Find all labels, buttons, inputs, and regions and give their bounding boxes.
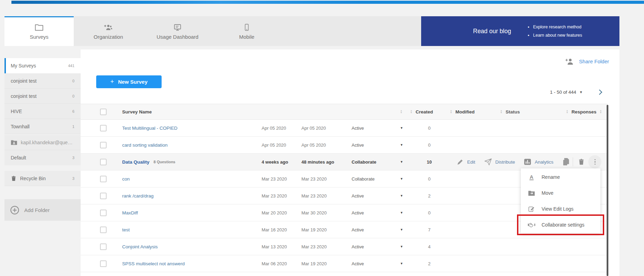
edit-label: Edit	[467, 159, 475, 165]
menu-item-view-edit-logs[interactable]: View Edit Logs	[521, 201, 600, 217]
folder-count: 3	[72, 176, 74, 181]
modified-cell: Mar 30 2020	[295, 210, 345, 215]
vertical-scrollbar[interactable]	[607, 105, 608, 276]
modified-cell: Apr 05 2020	[295, 126, 345, 131]
status-dropdown-caret-icon[interactable]: ▼	[400, 194, 403, 197]
status-dropdown-caret-icon[interactable]: ▼	[400, 262, 403, 265]
pagination: 1 - 50 of 444 ▼	[550, 90, 601, 95]
more-options-button[interactable]	[588, 155, 601, 168]
next-page-chevron-icon[interactable]	[597, 90, 602, 95]
survey-name-link[interactable]: SPSS multiselect not answerd	[122, 261, 185, 266]
sort-icon[interactable]: ▲▼	[600, 110, 602, 114]
sidebar-folder-item[interactable]: Recycle Bin 3	[4, 171, 81, 186]
sidebar-folder-item[interactable]: Townhall 1	[4, 119, 81, 134]
sort-icon[interactable]: ▲▼	[400, 110, 402, 114]
row-checkbox[interactable]	[100, 125, 107, 131]
move-folder-icon	[528, 190, 535, 196]
row-checkbox[interactable]	[100, 176, 107, 182]
share-folder-button[interactable]: Share Folder	[565, 58, 609, 65]
trash-icon	[578, 158, 585, 166]
status-cell: Collaborate ▼	[345, 176, 406, 182]
responses-cell: 0	[406, 126, 453, 131]
created-cell: Mar 20 2020	[255, 210, 295, 215]
sidebar-folder-item[interactable]: Default 3	[4, 150, 81, 165]
status-value: Active	[352, 210, 364, 215]
status-dropdown-caret-icon[interactable]: ▼	[400, 245, 403, 248]
status-dropdown-caret-icon[interactable]: ▼	[400, 228, 403, 231]
tab-usage-dashboard[interactable]: Usage Dashboard	[143, 16, 212, 46]
responses-cell: 4	[406, 244, 453, 249]
menu-label: Move	[542, 190, 553, 196]
distribute-label: Distribute	[495, 159, 515, 165]
tab-organization[interactable]: Organization	[74, 16, 143, 46]
folder-count: 1	[72, 125, 74, 129]
status-value: Collaborate	[352, 159, 377, 165]
dashboard-icon	[173, 24, 182, 31]
col-survey-name: Survey Name	[122, 109, 152, 114]
row-checkbox[interactable]	[100, 193, 107, 199]
sort-icon[interactable]: ▲▼	[450, 110, 452, 114]
modified-cell: Mar 19 2020	[295, 227, 345, 232]
row-checkbox[interactable]	[100, 260, 107, 267]
row-checkbox[interactable]	[100, 159, 107, 165]
copy-survey-button[interactable]	[562, 158, 570, 166]
status-dropdown-caret-icon[interactable]: ▼	[400, 211, 403, 214]
row-checkbox[interactable]	[100, 243, 107, 250]
survey-name-link[interactable]: rank /card/drag	[122, 193, 154, 199]
status-dropdown-caret-icon[interactable]: ▼	[400, 143, 403, 147]
sidebar-folder-item[interactable]: conjoint test 0	[4, 89, 81, 104]
tab-mobile[interactable]: Mobile	[212, 16, 281, 46]
status-value: Active	[352, 126, 364, 131]
menu-item-rename[interactable]: A Rename	[521, 169, 600, 185]
tab-surveys[interactable]: Surveys	[4, 16, 74, 46]
menu-item-move[interactable]: Move	[521, 185, 600, 201]
select-all-checkbox[interactable]	[100, 109, 107, 115]
created-cell: Apr 05 2020	[255, 126, 295, 131]
responses-cell: 10	[406, 159, 453, 165]
survey-name-link[interactable]: Conjoint Analysis	[122, 244, 158, 249]
sort-icon[interactable]: ▲▼	[500, 110, 502, 114]
analytics-label: Analytics	[535, 159, 553, 165]
table-row: Test Multilingual - COPIED Apr 05 2020 A…	[81, 120, 607, 137]
edit-button[interactable]: Edit	[457, 158, 475, 165]
add-folder-button[interactable]: Add Folder	[4, 199, 81, 221]
read-our-blog-link[interactable]: Read our blog	[473, 28, 511, 35]
row-checkbox[interactable]	[100, 210, 107, 216]
menu-label: Collaborate settings	[542, 222, 584, 228]
status-dropdown-caret-icon[interactable]: ▼	[400, 126, 403, 130]
mobile-icon	[243, 24, 251, 31]
page-size-caret-icon[interactable]: ▼	[579, 90, 583, 94]
sidebar-folder-item[interactable]: My Surveys 441	[4, 58, 81, 73]
responses-cell: 2	[406, 261, 453, 266]
sidebar-folder-item[interactable]: conjoint test 0	[4, 73, 81, 89]
distribute-button[interactable]: Distribute	[484, 158, 515, 165]
folder-icon	[35, 24, 44, 31]
survey-name-link[interactable]: Data Quality	[122, 159, 149, 165]
survey-name-link[interactable]: test	[122, 227, 130, 232]
survey-name-link[interactable]: MaxDiff	[122, 210, 138, 215]
sort-icon[interactable]: ▲▼	[410, 110, 412, 114]
analytics-button[interactable]: Analytics	[524, 158, 553, 165]
folder-label: kapil.khandekar@que…	[21, 140, 73, 145]
plus-circle-icon	[10, 205, 19, 215]
survey-name-link[interactable]: con	[122, 176, 130, 182]
survey-name-link[interactable]: Test Multilingual - COPIED	[122, 126, 178, 131]
sidebar-folder-item[interactable]: kapil.khandekar@que…	[4, 135, 81, 150]
sort-icon[interactable]: ▲▼	[566, 110, 569, 114]
banner-bullet: • Explore research method	[528, 25, 582, 30]
sidebar-folder-item[interactable]: HIVE 6	[4, 104, 81, 119]
folder-count: 441	[68, 64, 74, 68]
status-dropdown-caret-icon[interactable]: ▼	[400, 177, 403, 181]
table-row: SPSS multiselect not answerd Mar 06 2020…	[81, 255, 607, 272]
status-dropdown-caret-icon[interactable]: ▼	[400, 160, 403, 164]
delete-survey-button[interactable]	[578, 158, 585, 166]
share-folder-label: Share Folder	[579, 58, 609, 64]
row-checkbox[interactable]	[100, 142, 107, 148]
bullet-text: Learn about new features	[533, 33, 582, 38]
surveys-panel: Share Folder + New Survey 1 - 50 of 444 …	[81, 49, 619, 276]
new-survey-button[interactable]: + New Survey	[96, 75, 162, 88]
survey-name-link[interactable]: card sorting validation	[122, 142, 167, 148]
row-checkbox[interactable]	[100, 227, 107, 233]
folder-count: 3	[72, 156, 74, 160]
menu-item-collaborate-settings[interactable]: Collaborate settings	[521, 217, 600, 233]
